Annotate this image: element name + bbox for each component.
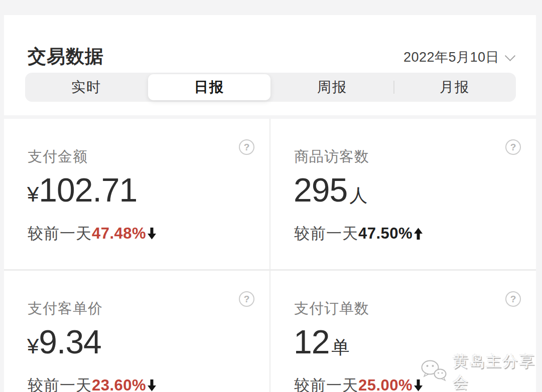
help-icon[interactable]: ? xyxy=(505,139,521,155)
page-title: 交易数据 xyxy=(28,44,104,69)
metric-value: ¥ 9.34 xyxy=(27,323,103,361)
date-picker-value: 2022年5月10日 xyxy=(403,48,499,66)
metric-change: 较前一天 47.48% xyxy=(28,223,156,244)
trend-arrow-icon xyxy=(148,379,156,391)
change-percent: 23.60% xyxy=(92,376,146,392)
metric-label: 支付客单价 xyxy=(28,299,103,319)
trend-arrow-icon xyxy=(148,228,156,240)
change-percent: 25.00% xyxy=(358,376,413,392)
metric-value: 12 单 xyxy=(294,323,349,361)
currency-symbol: ¥ xyxy=(27,334,39,358)
metric-cards-grid: ? 支付金额 ¥ 102.71 较前一天 47.48% ? 商品访客数 295 … xyxy=(4,119,536,392)
report-period-tabbar: 实时 日报 周报 月报 xyxy=(25,73,516,102)
change-percent: 47.50% xyxy=(358,225,413,243)
trend-arrow-icon xyxy=(414,228,423,240)
tab-weekly[interactable]: 周报 xyxy=(271,73,393,102)
metric-value: 295 人 xyxy=(294,171,367,209)
card-payment-amount[interactable]: ? 支付金额 ¥ 102.71 较前一天 47.48% xyxy=(4,119,269,269)
help-icon[interactable]: ? xyxy=(505,291,521,307)
metric-change: 较前一天 25.00% xyxy=(294,375,423,392)
trend-arrow-icon xyxy=(414,379,423,391)
card-product-visitors[interactable]: ? 商品访客数 295 人 较前一天 47.50% xyxy=(270,119,536,269)
metric-label: 支付订单数 xyxy=(294,299,369,319)
compare-label: 较前一天 xyxy=(294,223,358,244)
compare-label: 较前一天 xyxy=(294,375,358,392)
card-payment-per-customer[interactable]: ? 支付客单价 ¥ 9.34 较前一天 23.60% xyxy=(4,271,269,392)
metric-label: 商品访客数 xyxy=(294,147,369,167)
metric-number: 9.34 xyxy=(39,323,101,361)
compare-label: 较前一天 xyxy=(28,375,92,392)
tab-monthly[interactable]: 月报 xyxy=(393,73,516,102)
metric-change: 较前一天 47.50% xyxy=(294,223,423,244)
tab-divider xyxy=(393,81,394,94)
header-panel: 交易数据 2022年5月10日 实时 日报 周报 月报 xyxy=(4,15,536,115)
card-payment-orders[interactable]: ? 支付订单数 12 单 较前一天 25.00% xyxy=(270,271,536,392)
metric-value: ¥ 102.71 xyxy=(27,171,139,209)
metric-unit: 人 xyxy=(349,183,367,208)
change-percent: 47.48% xyxy=(92,225,146,243)
metric-change: 较前一天 23.60% xyxy=(28,375,156,392)
chevron-down-icon xyxy=(505,50,515,61)
metric-unit: 单 xyxy=(331,335,349,360)
tab-realtime[interactable]: 实时 xyxy=(25,73,148,102)
help-icon[interactable]: ? xyxy=(239,291,254,307)
metric-number: 295 xyxy=(294,171,347,209)
compare-label: 较前一天 xyxy=(28,223,92,244)
date-picker[interactable]: 2022年5月10日 xyxy=(403,48,514,66)
metric-number: 102.71 xyxy=(39,171,137,209)
help-icon[interactable]: ? xyxy=(239,139,254,155)
tab-daily[interactable]: 日报 xyxy=(148,74,270,100)
metric-label: 支付金额 xyxy=(28,147,88,167)
metric-number: 12 xyxy=(294,323,329,361)
currency-symbol: ¥ xyxy=(27,182,39,207)
